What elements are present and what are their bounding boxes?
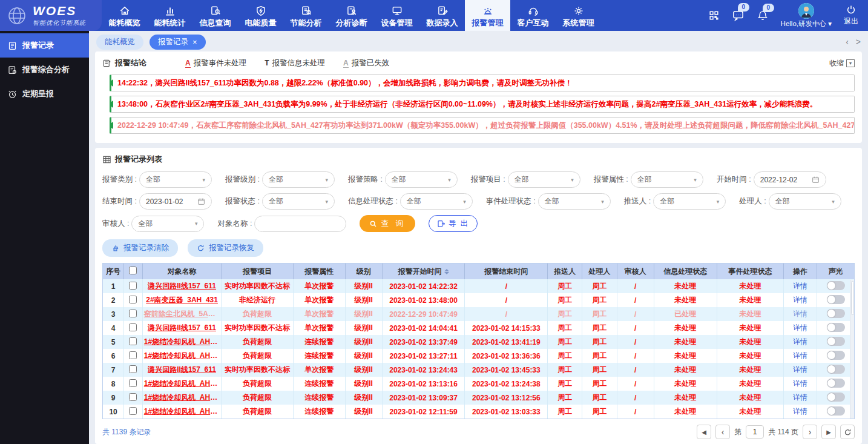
sound-light-toggle[interactable] <box>827 309 845 318</box>
last-page-button[interactable]: ▶ <box>821 425 836 439</box>
sound-light-toggle[interactable] <box>827 295 845 304</box>
detail-link[interactable]: 详情 <box>793 282 807 290</box>
nav-item-device-management[interactable]: 设备管理 <box>374 0 419 31</box>
alarm-type-select[interactable]: 全部▾ <box>139 171 212 188</box>
user-menu[interactable]: Hello,研发中心 ▾ <box>781 3 832 28</box>
detail-link[interactable]: 详情 <box>793 310 807 318</box>
row-checkbox[interactable] <box>129 310 137 317</box>
next-page-button[interactable]: › <box>803 425 817 439</box>
alarm-project-select[interactable]: 全部▾ <box>508 171 580 188</box>
prev-page-button[interactable]: ‹ <box>715 425 730 439</box>
sound-light-toggle[interactable] <box>827 406 845 416</box>
row-checkbox[interactable] <box>129 337 137 345</box>
page-number-input[interactable] <box>746 425 764 439</box>
nav-item-info-query[interactable]: 信息查询 <box>192 0 238 31</box>
nav-item-energy-overview[interactable]: 能耗概览 <box>102 0 147 31</box>
qr-code-icon[interactable] <box>708 10 720 21</box>
row-checkbox[interactable] <box>129 379 137 387</box>
select-all-checkbox[interactable] <box>129 267 137 274</box>
event-status-select[interactable]: 全部▾ <box>538 193 611 210</box>
tab-close-icon[interactable]: × <box>192 38 197 46</box>
object-name-link[interactable]: 潞兴回路II线157_611 <box>148 365 216 374</box>
sidebar-item-alarm-analysis[interactable]: 报警综合分析 <box>0 58 89 82</box>
nav-item-power-quality[interactable]: 电能质量 <box>238 0 283 31</box>
first-page-button[interactable]: ◀ <box>697 425 711 439</box>
sound-light-toggle[interactable] <box>827 351 845 360</box>
col-attr: 报警属性 <box>293 263 345 279</box>
object-name-link[interactable]: 潞兴回路II线157_611 <box>148 282 216 290</box>
alarm-attr-cell: 单次报警 <box>293 321 345 335</box>
tab-energy-overview[interactable]: 能耗概览 <box>96 35 143 50</box>
col-start-time[interactable]: 报警开始时间 <box>382 263 465 279</box>
event-status-cell: 未处理 <box>717 349 783 363</box>
logout-button[interactable]: 退出 <box>844 4 858 27</box>
sound-light-toggle[interactable] <box>827 379 845 388</box>
refresh-button[interactable] <box>840 425 855 439</box>
row-checkbox[interactable] <box>129 323 137 331</box>
detail-link[interactable]: 详情 <box>793 337 807 346</box>
sound-light-toggle[interactable] <box>827 365 845 374</box>
end-date-picker[interactable]: 2023-01-02 <box>139 193 212 210</box>
legend-event-unhandled[interactable]: A报警事件未处理 <box>185 58 246 68</box>
row-checkbox[interactable] <box>129 351 137 359</box>
alarm-strategy-select[interactable]: 全部▾ <box>385 171 458 188</box>
row-checkbox[interactable] <box>129 296 137 303</box>
object-name-link[interactable]: 1#烧结冷却风机_AH6_... <box>144 393 222 402</box>
table-scrollbar[interactable] <box>850 280 854 419</box>
collapse-button[interactable]: 收缩 ▾ <box>829 58 855 68</box>
detail-link[interactable]: 详情 <box>793 296 807 304</box>
nav-item-data-entry[interactable]: 数据录入 <box>419 0 465 31</box>
object-name-link[interactable]: 1#烧结冷却风机_AH6_... <box>144 337 222 346</box>
chevron-down-icon: ▾ <box>195 220 198 227</box>
sidebar-item-alarm-records[interactable]: 报警记录 <box>0 33 89 58</box>
message-icon[interactable]: 0 <box>732 9 745 22</box>
detail-link[interactable]: 详情 <box>793 393 807 402</box>
auditor-select[interactable]: 全部▾ <box>131 216 204 232</box>
detail-link[interactable]: 详情 <box>793 351 807 360</box>
search-button[interactable]: 查 询 <box>360 215 415 232</box>
object-name-link[interactable]: 潞兴回路II线157_611 <box>148 323 216 332</box>
sound-light-toggle[interactable] <box>827 323 845 332</box>
handler-select[interactable]: 全部▾ <box>769 193 841 210</box>
restore-records-button[interactable]: 报警记录恢复 <box>188 239 263 257</box>
tabs-scroll-right-icon[interactable]: > <box>856 37 861 47</box>
alarm-level-select[interactable]: 全部▾ <box>262 171 335 188</box>
tab-alarm-records[interactable]: 报警记录 × <box>150 35 206 50</box>
alarm-status-select[interactable]: 全部▾ <box>262 193 335 210</box>
sidebar-item-periodic-report[interactable]: 定期呈报 <box>0 82 89 106</box>
export-button[interactable]: 导 出 <box>429 215 478 232</box>
row-checkbox[interactable] <box>129 407 137 415</box>
detail-link[interactable]: 详情 <box>793 379 807 388</box>
detail-link[interactable]: 详情 <box>793 323 807 332</box>
object-name-input[interactable] <box>254 216 346 232</box>
nav-item-energy-saving-analysis[interactable]: 节能分析 <box>283 0 329 31</box>
clear-records-button[interactable]: 报警记录清除 <box>102 239 178 257</box>
object-name-link[interactable]: 窑前除尘北风机_5AH_... <box>144 310 222 318</box>
row-checkbox[interactable] <box>129 365 137 373</box>
object-name-link[interactable]: 1#烧结冷却风机_AH6_... <box>144 407 222 416</box>
nav-item-alarm-management[interactable]: 报警管理 <box>465 0 510 31</box>
object-name-link[interactable]: 1#烧结冷却风机_AH6_... <box>144 351 222 360</box>
nav-item-system-management[interactable]: 系统管理 <box>556 0 601 31</box>
nav-item-customer-interaction[interactable]: 客户互动 <box>510 0 556 31</box>
legend-expired[interactable]: A报警已失效 <box>343 58 389 68</box>
row-checkbox[interactable] <box>129 393 137 401</box>
detail-link[interactable]: 详情 <box>793 365 807 374</box>
detail-link[interactable]: 详情 <box>793 407 807 416</box>
tabs-scroll-left-icon[interactable]: ‹ <box>846 37 849 47</box>
row-checkbox[interactable] <box>129 282 137 290</box>
nav-item-analysis-diagnosis[interactable]: 分析诊断 <box>329 0 374 31</box>
object-name-link[interactable]: 2#南变压器_3AH_431 <box>146 296 218 304</box>
start-date-picker[interactable]: 2022-12-02 <box>754 171 826 188</box>
info-status-select[interactable]: 全部▾ <box>400 193 473 210</box>
object-name-link[interactable]: 1#烧结冷却风机_AH6_... <box>144 379 222 388</box>
alarm-attr-select[interactable]: 全部▾ <box>631 171 703 188</box>
sound-light-toggle[interactable] <box>827 281 845 290</box>
pusher-select[interactable]: 全部▾ <box>653 193 726 210</box>
nav-item-energy-stats[interactable]: 能耗统计 <box>147 0 192 31</box>
sound-light-toggle[interactable] <box>827 337 845 346</box>
sound-light-toggle[interactable] <box>827 393 845 402</box>
start-time-cell: 2023-01-02 13:09:37 <box>382 391 465 405</box>
legend-info-unhandled[interactable]: T报警信息未处理 <box>265 58 325 68</box>
bell-icon[interactable]: 0 <box>757 10 769 22</box>
